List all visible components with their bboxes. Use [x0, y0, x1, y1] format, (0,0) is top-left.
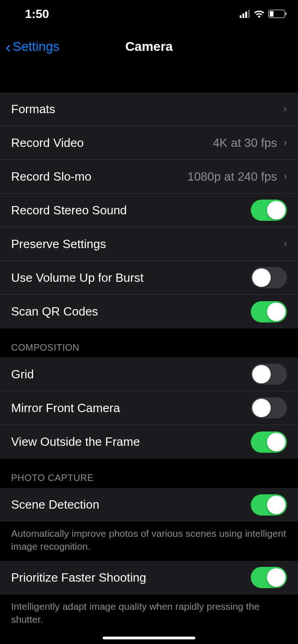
- wifi-icon: [254, 10, 265, 18]
- chevron-right-icon: ›: [284, 238, 287, 250]
- row-label: Formats: [11, 102, 55, 116]
- chevron-right-icon: ›: [284, 137, 287, 149]
- row-record-video[interactable]: Record Video 4K at 30 fps ›: [0, 126, 298, 160]
- footer-scene-detection: Automatically improve photos of various …: [0, 522, 298, 561]
- row-outside-frame: View Outside the Frame: [0, 425, 298, 459]
- row-label: Use Volume Up for Burst: [11, 271, 143, 285]
- toggle-stereo-sound[interactable]: [251, 200, 287, 221]
- section-header-composition: COMPOSITION: [0, 328, 298, 358]
- footer-faster-shooting: Intelligently adapt image quality when r…: [0, 595, 298, 634]
- chevron-right-icon: ›: [284, 103, 287, 115]
- row-label: View Outside the Frame: [11, 435, 140, 449]
- settings-list-photo-capture: Scene Detection: [0, 488, 298, 522]
- settings-list-faster-shooting: Prioritize Faster Shooting: [0, 561, 298, 595]
- row-preserve-settings[interactable]: Preserve Settings ›: [0, 227, 298, 261]
- settings-list-main: Formats › Record Video 4K at 30 fps › Re…: [0, 92, 298, 328]
- toggle-outside-frame[interactable]: [251, 431, 287, 453]
- status-icons: [240, 10, 285, 18]
- status-bar: 1:50: [0, 0, 298, 28]
- toggle-grid[interactable]: [251, 364, 287, 385]
- settings-list-composition: Grid Mirror Front Camera View Outside th…: [0, 358, 298, 459]
- row-mirror-front: Mirror Front Camera: [0, 391, 298, 425]
- toggle-volume-burst[interactable]: [251, 267, 287, 288]
- row-formats[interactable]: Formats ›: [0, 92, 298, 126]
- row-label: Record Video: [11, 136, 84, 150]
- toggle-scan-qr[interactable]: [251, 301, 287, 322]
- chevron-left-icon: ‹: [6, 38, 11, 56]
- back-button[interactable]: ‹ Settings: [6, 38, 60, 56]
- row-record-slomo[interactable]: Record Slo-mo 1080p at 240 fps ›: [0, 160, 298, 194]
- row-scan-qr: Scan QR Codes: [0, 295, 298, 328]
- row-label: Mirror Front Camera: [11, 401, 120, 415]
- toggle-faster-shooting[interactable]: [251, 567, 287, 588]
- row-volume-burst: Use Volume Up for Burst: [0, 261, 298, 295]
- row-faster-shooting: Prioritize Faster Shooting: [0, 561, 298, 595]
- row-grid: Grid: [0, 358, 298, 391]
- row-detail: 4K at 30 fps: [213, 136, 277, 150]
- battery-icon: [268, 10, 285, 18]
- row-label: Scan QR Codes: [11, 304, 98, 319]
- row-label: Record Stereo Sound: [11, 203, 127, 218]
- toggle-scene-detection[interactable]: [251, 494, 287, 516]
- toggle-mirror-front[interactable]: [251, 397, 287, 419]
- row-detail: 1080p at 240 fps: [187, 170, 277, 184]
- section-header-photo-capture: PHOTO CAPTURE: [0, 459, 298, 488]
- cellular-signal-icon: [240, 10, 250, 18]
- status-time: 1:50: [25, 7, 49, 21]
- home-indicator[interactable]: [103, 637, 195, 639]
- row-label: Preserve Settings: [11, 237, 106, 251]
- row-label: Prioritize Faster Shooting: [11, 571, 146, 585]
- nav-bar: ‹ Settings Camera: [0, 28, 298, 66]
- back-label: Settings: [12, 39, 59, 54]
- row-scene-detection: Scene Detection: [0, 488, 298, 522]
- row-label: Scene Detection: [11, 498, 99, 512]
- chevron-right-icon: ›: [284, 170, 287, 182]
- row-stereo-sound: Record Stereo Sound: [0, 194, 298, 227]
- page-title: Camera: [125, 39, 173, 54]
- row-label: Record Slo-mo: [11, 170, 91, 184]
- row-label: Grid: [11, 367, 34, 382]
